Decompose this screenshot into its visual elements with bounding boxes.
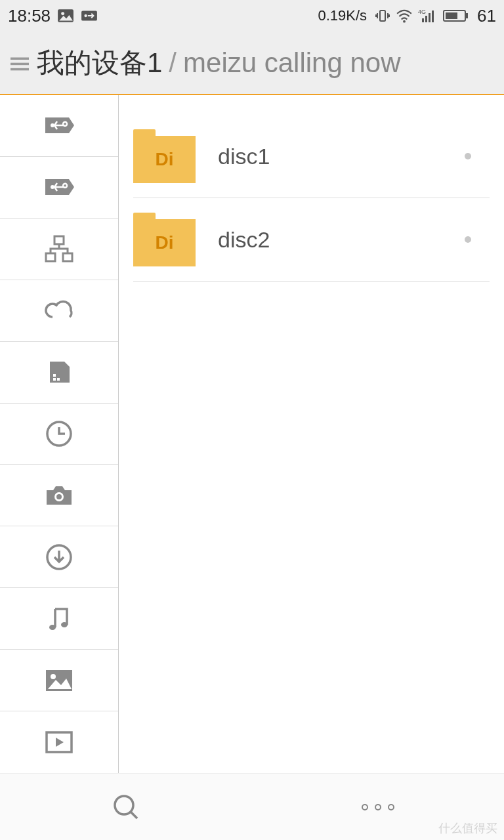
battery-text: 61 [477,6,496,26]
svg-rect-16 [10,68,29,70]
svg-rect-13 [446,12,457,19]
svg-point-27 [56,494,62,499]
svg-rect-22 [53,374,56,377]
svg-rect-24 [57,378,60,381]
svg-rect-10 [432,10,434,22]
sidebar-item-usb-1[interactable] [0,95,118,157]
wifi-icon [396,9,413,23]
battery-icon [443,9,469,23]
file-list: Di disc1 Di disc2 [119,95,504,773]
file-name: disc2 [218,227,465,253]
svg-rect-8 [425,16,427,22]
svg-rect-19 [54,236,64,244]
folder-badge: Di [156,149,174,170]
bottom-bar [0,773,504,840]
status-bar: 18:58 0.19K/s 4G 61 [0,0,504,32]
svg-rect-23 [53,378,56,381]
search-button[interactable] [87,781,165,833]
item-indicator [465,153,471,159]
svg-point-34 [115,796,133,814]
signal-icon: 4G [418,8,438,24]
breadcrumb-primary[interactable]: 我的设备1 [37,45,162,81]
svg-point-5 [403,20,406,23]
file-name: disc1 [218,144,465,169]
svg-rect-21 [63,253,72,261]
more-icon [362,804,394,810]
sidebar-item-lan[interactable] [0,219,118,280]
svg-rect-15 [10,62,29,65]
sidebar-item-music[interactable] [0,588,118,650]
breadcrumb-secondary[interactable]: meizu calling now [183,47,401,79]
svg-point-3 [84,14,87,17]
breadcrumb-separator: / [169,47,177,79]
vibrate-icon [375,8,390,24]
folder-badge: Di [156,232,174,253]
svg-point-32 [51,674,56,679]
clock-text: 18:58 [8,6,51,26]
svg-rect-12 [466,13,468,18]
svg-point-18 [51,185,54,189]
watermark: 什么值得买 [438,820,497,836]
sidebar-item-usb-2[interactable] [0,157,118,219]
main-area: Di disc1 Di disc2 [0,95,504,773]
network-speed: 0.19K/s [318,7,367,24]
svg-rect-20 [46,253,55,261]
svg-rect-4 [380,10,385,21]
picture-icon [57,9,74,23]
svg-rect-9 [429,13,430,22]
svg-rect-7 [422,18,424,22]
usb-small-icon [81,9,98,23]
list-item[interactable]: Di disc1 [133,115,490,198]
svg-point-30 [61,622,68,627]
list-item[interactable]: Di disc2 [133,198,490,282]
svg-point-1 [61,12,64,15]
sidebar-item-pictures[interactable] [0,650,118,711]
sidebar-item-video[interactable] [0,711,118,773]
sidebar-item-recent[interactable] [0,404,118,465]
sidebar-item-sdcard[interactable] [0,342,118,404]
breadcrumb[interactable]: 我的设备1 / meizu calling now [0,32,504,95]
item-indicator [465,236,471,243]
sidebar [0,95,119,773]
more-button[interactable] [339,781,417,833]
svg-point-17 [51,123,54,127]
sidebar-item-downloads[interactable] [0,526,118,588]
folder-icon: Di [133,213,196,266]
svg-point-29 [49,625,56,630]
svg-text:4G: 4G [418,9,426,15]
menu-icon[interactable] [10,47,30,79]
sidebar-item-cloud[interactable] [0,280,118,342]
svg-rect-14 [10,57,29,60]
sidebar-item-camera[interactable] [0,465,118,526]
folder-icon: Di [133,129,196,183]
